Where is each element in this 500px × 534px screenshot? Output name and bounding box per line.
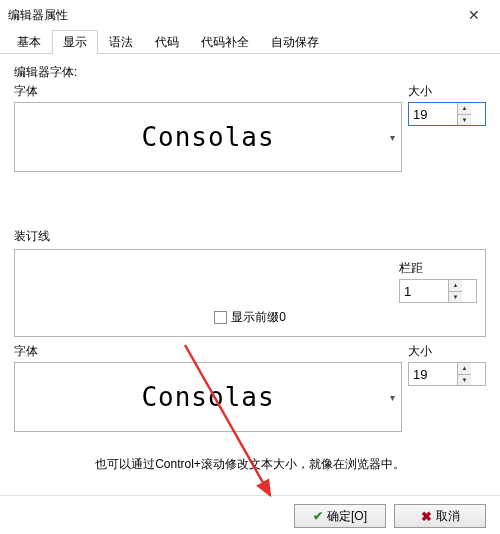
gutter-font-dropdown[interactable]: Consolas ▾ [14,362,402,432]
cancel-button[interactable]: ✖ 取消 [394,504,486,528]
tab-strip: 基本 显示 语法 代码 代码补全 自动保存 [0,30,500,54]
gutter-heading: 装订线 [14,228,486,245]
editor-font-sample: Consolas [141,122,274,152]
cross-icon: ✖ [421,509,432,524]
spin-down-icon[interactable]: ▼ [449,291,462,303]
show-prefix-checkbox[interactable] [214,311,227,324]
ok-button-label: 确定[O] [327,508,367,525]
gutter-font-label: 字体 [14,343,38,360]
titlebar: 编辑器属性 ✕ [0,0,500,30]
chevron-down-icon: ▾ [390,132,395,143]
editor-font-heading: 编辑器字体: [14,64,486,81]
window-title: 编辑器属性 [8,7,68,24]
spin-up-icon[interactable]: ▲ [458,103,471,114]
chevron-down-icon: ▾ [390,392,395,403]
cancel-button-label: 取消 [436,508,460,525]
size-label: 大小 [408,83,486,100]
show-prefix-label: 显示前缀0 [231,309,286,326]
tab-display[interactable]: 显示 [52,30,98,54]
check-icon: ✔ [313,509,323,523]
gutter-margin-spinner[interactable]: ▲ ▼ [399,279,477,303]
tab-syntax[interactable]: 语法 [98,30,144,54]
spin-down-icon[interactable]: ▼ [458,374,471,386]
tab-basic[interactable]: 基本 [6,30,52,54]
hint-text: 也可以通过Control+滚动修改文本大小，就像在浏览器中。 [14,456,486,473]
margin-label: 栏距 [399,260,477,277]
footer-separator [0,495,500,496]
tab-completion[interactable]: 代码补全 [190,30,260,54]
gutter-font-size-input[interactable] [409,363,457,385]
content-area: 编辑器字体: 字体 Consolas ▾ 大小 ▲ ▼ 装订线 [0,54,500,473]
gutter-size-label: 大小 [408,343,486,360]
gutter-font-size-spinner[interactable]: ▲ ▼ [408,362,486,386]
editor-font-size-spinner[interactable]: ▲ ▼ [408,102,486,126]
spin-up-icon[interactable]: ▲ [458,363,471,374]
ok-button[interactable]: ✔ 确定[O] [294,504,386,528]
tab-code[interactable]: 代码 [144,30,190,54]
gutter-margin-input[interactable] [400,280,448,302]
editor-font-size-input[interactable] [409,103,457,125]
gutter-group: 栏距 ▲ ▼ 显示前缀0 [14,249,486,337]
gutter-font-sample: Consolas [141,382,274,412]
spin-up-icon[interactable]: ▲ [449,280,462,291]
editor-font-dropdown[interactable]: Consolas ▾ [14,102,402,172]
spin-down-icon[interactable]: ▼ [458,114,471,126]
tab-autosave[interactable]: 自动保存 [260,30,330,54]
close-icon[interactable]: ✕ [454,1,494,29]
font-label: 字体 [14,83,38,100]
footer: ✔ 确定[O] ✖ 取消 [0,504,500,528]
